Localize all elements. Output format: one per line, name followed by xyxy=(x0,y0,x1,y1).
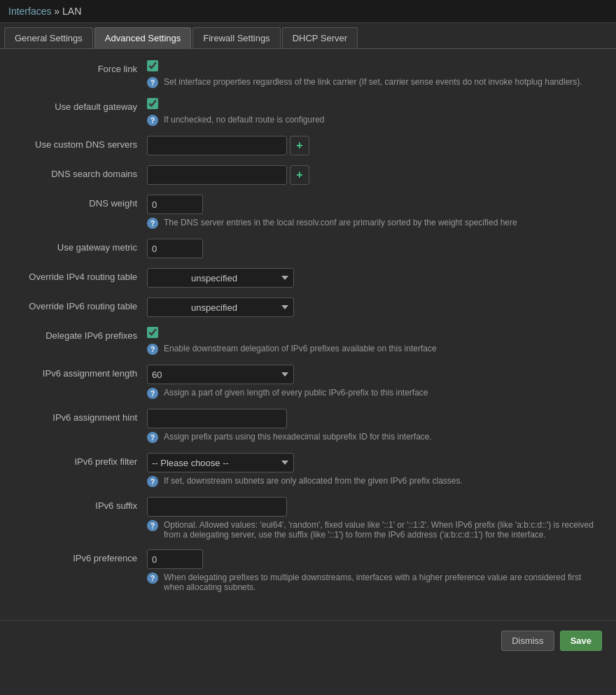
use-default-gateway-help-icon: ? xyxy=(147,115,158,126)
ipv6-preference-label: IPv6 preference xyxy=(14,549,147,563)
save-button[interactable]: Save xyxy=(560,631,602,651)
dns-search-domains-add-button[interactable]: + xyxy=(290,165,309,185)
ipv6-suffix-help-icon: ? xyxy=(147,520,158,531)
ipv6-assignment-hint-label: IPv6 assignment hint xyxy=(14,409,147,423)
use-gateway-metric-row: Use gateway metric xyxy=(14,239,602,258)
use-custom-dns-input[interactable] xyxy=(147,136,287,155)
use-default-gateway-field: ? If unchecked, no default route is conf… xyxy=(147,98,602,126)
ipv6-assignment-length-help: ? Assign a part of given length of every… xyxy=(147,388,602,399)
ipv6-preference-help: ? When delegating prefixes to multiple d… xyxy=(147,573,602,592)
ipv6-assignment-length-select[interactable]: 60 xyxy=(147,365,294,384)
ipv6-prefix-filter-field: -- Please choose -- ? If set, downstream… xyxy=(147,453,602,487)
ipv6-assignment-hint-help-icon: ? xyxy=(147,432,158,443)
dns-weight-help-icon: ? xyxy=(147,218,158,229)
use-custom-dns-input-row: + xyxy=(147,136,602,155)
ipv6-suffix-field: ? Optional. Allowed values: 'eui64', 'ra… xyxy=(147,497,602,540)
dns-search-domains-label: DNS search domains xyxy=(14,165,147,179)
dns-weight-help-text: The DNS server entries in the local reso… xyxy=(164,218,517,227)
use-custom-dns-field: + xyxy=(147,136,602,155)
use-custom-dns-add-button[interactable]: + xyxy=(290,136,309,155)
ipv6-preference-input[interactable] xyxy=(147,549,203,569)
delegate-ipv6-prefixes-checkbox[interactable] xyxy=(147,327,158,338)
ipv6-preference-help-icon: ? xyxy=(147,573,158,584)
delegate-ipv6-prefixes-field: ? Enable downstream delegation of IPv6 p… xyxy=(147,327,602,355)
force-link-checkbox[interactable] xyxy=(147,60,158,71)
ipv6-assignment-length-row: IPv6 assignment length 60 ? Assign a par… xyxy=(14,365,602,399)
tab-firewall[interactable]: Firewall Settings xyxy=(192,27,280,48)
ipv6-prefix-filter-label: IPv6 prefix filter xyxy=(14,453,147,467)
use-gateway-metric-field xyxy=(147,239,602,258)
ipv6-assignment-length-field: 60 ? Assign a part of given length of ev… xyxy=(147,365,602,399)
use-gateway-metric-input[interactable] xyxy=(147,239,203,258)
ipv6-preference-row: IPv6 preference ? When delegating prefix… xyxy=(14,549,602,592)
use-default-gateway-row: Use default gateway ? If unchecked, no d… xyxy=(14,98,602,126)
use-default-gateway-label: Use default gateway xyxy=(14,98,147,112)
ipv6-assignment-hint-row: IPv6 assignment hint ? Assign prefix par… xyxy=(14,409,602,443)
ipv6-prefix-filter-help-icon: ? xyxy=(147,476,158,487)
delegate-ipv6-prefixes-row: Delegate IPv6 prefixes ? Enable downstre… xyxy=(14,327,602,355)
delegate-ipv6-prefixes-help-text: Enable downstream delegation of IPv6 pre… xyxy=(164,344,437,353)
tab-general[interactable]: General Settings xyxy=(4,27,93,48)
ipv6-assignment-hint-help: ? Assign prefix parts using this hexadec… xyxy=(147,432,602,443)
dns-weight-input[interactable] xyxy=(147,195,203,214)
tab-bar: General Settings Advanced Settings Firew… xyxy=(0,23,616,49)
ipv6-prefix-filter-help: ? If set, downstream subnets are only al… xyxy=(147,476,602,487)
override-ipv4-routing-row: Override IPv4 routing table unspecified xyxy=(14,268,602,288)
dns-weight-row: DNS weight ? The DNS server entries in t… xyxy=(14,195,602,229)
tab-advanced[interactable]: Advanced Settings xyxy=(94,27,191,48)
use-default-gateway-help: ? If unchecked, no default route is conf… xyxy=(147,115,602,126)
dismiss-button[interactable]: Dismiss xyxy=(501,631,554,651)
delegate-ipv6-prefixes-label: Delegate IPv6 prefixes xyxy=(14,327,147,341)
dns-search-domains-input[interactable] xyxy=(147,165,287,185)
dns-weight-field: ? The DNS server entries in the local re… xyxy=(147,195,602,229)
override-ipv6-routing-field: unspecified xyxy=(147,297,602,317)
override-ipv4-routing-field: unspecified xyxy=(147,268,602,288)
ipv6-assignment-hint-field: ? Assign prefix parts using this hexadec… xyxy=(147,409,602,443)
force-link-help-text: Set interface properties regardless of t… xyxy=(164,77,582,87)
ipv6-suffix-label: IPv6 suffix xyxy=(14,497,147,511)
ipv6-assignment-length-help-text: Assign a part of given length of every p… xyxy=(164,388,428,398)
force-link-label: Force link xyxy=(14,60,147,74)
dns-search-domains-input-row: + xyxy=(147,165,602,185)
dns-weight-help: ? The DNS server entries in the local re… xyxy=(147,218,602,229)
override-ipv4-routing-select[interactable]: unspecified xyxy=(147,268,294,288)
breadcrumb: Interfaces » LAN xyxy=(0,0,616,23)
ipv6-prefix-filter-row: IPv6 prefix filter -- Please choose -- ?… xyxy=(14,453,602,487)
use-default-gateway-checkbox[interactable] xyxy=(147,98,158,109)
force-link-row: Force link ? Set interface properties re… xyxy=(14,60,602,88)
breadcrumb-separator: » xyxy=(51,6,62,17)
use-custom-dns-label: Use custom DNS servers xyxy=(14,136,147,150)
override-ipv6-routing-row: Override IPv6 routing table unspecified xyxy=(14,297,602,317)
use-gateway-metric-label: Use gateway metric xyxy=(14,239,147,253)
ipv6-assignment-hint-input[interactable] xyxy=(147,409,287,428)
ipv6-preference-field: ? When delegating prefixes to multiple d… xyxy=(147,549,602,592)
force-link-help-icon: ? xyxy=(147,77,158,88)
force-link-help: ? Set interface properties regardless of… xyxy=(147,77,602,88)
ipv6-prefix-filter-help-text: If set, downstream subnets are only allo… xyxy=(164,476,463,486)
override-ipv4-routing-label: Override IPv4 routing table xyxy=(14,268,147,282)
override-ipv6-routing-label: Override IPv6 routing table xyxy=(14,297,147,311)
footer: Dismiss Save xyxy=(0,620,616,661)
ipv6-assignment-hint-help-text: Assign prefix parts using this hexadecim… xyxy=(164,432,432,442)
dns-weight-label: DNS weight xyxy=(14,195,147,209)
ipv6-assignment-length-help-icon: ? xyxy=(147,388,158,399)
delegate-ipv6-prefixes-help: ? Enable downstream delegation of IPv6 p… xyxy=(147,344,602,355)
force-link-field: ? Set interface properties regardless of… xyxy=(147,60,602,88)
use-default-gateway-help-text: If unchecked, no default route is config… xyxy=(164,115,324,125)
ipv6-preference-help-text: When delegating prefixes to multiple dow… xyxy=(164,573,602,592)
ipv6-assignment-length-label: IPv6 assignment length xyxy=(14,365,147,379)
ipv6-suffix-help-text: Optional. Allowed values: 'eui64', 'rand… xyxy=(164,520,602,540)
tab-dhcp[interactable]: DHCP Server xyxy=(282,27,358,48)
breadcrumb-current: LAN xyxy=(62,6,81,17)
delegate-ipv6-prefixes-help-icon: ? xyxy=(147,344,158,355)
override-ipv6-routing-select[interactable]: unspecified xyxy=(147,297,294,317)
breadcrumb-parent[interactable]: Interfaces xyxy=(8,6,51,17)
ipv6-suffix-input[interactable] xyxy=(147,497,287,517)
ipv6-suffix-row: IPv6 suffix ? Optional. Allowed values: … xyxy=(14,497,602,540)
use-custom-dns-row: Use custom DNS servers + xyxy=(14,136,602,155)
main-content: Force link ? Set interface properties re… xyxy=(0,49,616,613)
dns-search-domains-row: DNS search domains + xyxy=(14,165,602,185)
dns-search-domains-field: + xyxy=(147,165,602,185)
ipv6-prefix-filter-select[interactable]: -- Please choose -- xyxy=(147,453,294,472)
ipv6-suffix-help: ? Optional. Allowed values: 'eui64', 'ra… xyxy=(147,520,602,540)
